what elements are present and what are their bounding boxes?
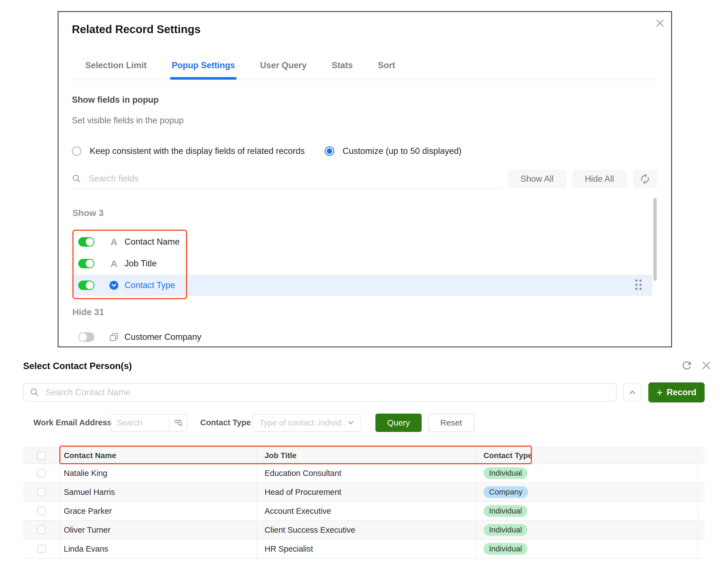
table-row[interactable]: Grace Parker Account Executive Individua…	[23, 502, 705, 521]
work-email-filter-input-wrap	[110, 414, 187, 432]
cell-job-title: HR Specialist	[257, 540, 476, 558]
add-record-button[interactable]: + Record	[648, 382, 705, 402]
work-email-filter-input[interactable]	[111, 418, 165, 428]
cell-job-title: Head of Procurement	[257, 483, 476, 501]
tab-label: Sort	[378, 60, 395, 70]
radio-label: Keep consistent with the display fields …	[90, 146, 305, 156]
related-record-settings-modal: Related Record Settings Selection Limit …	[58, 11, 672, 347]
query-button[interactable]: Query	[375, 413, 422, 432]
column-header-contact-type[interactable]: Contact Type	[476, 448, 698, 464]
scrollbar-thumb[interactable]	[653, 198, 657, 281]
picker-refresh-button[interactable]	[681, 359, 693, 371]
row-checkbox[interactable]	[37, 488, 46, 496]
toggle-customer-company[interactable]	[78, 332, 95, 342]
search-icon	[72, 174, 81, 184]
close-icon	[655, 18, 666, 29]
sync-icon	[639, 173, 651, 185]
tab-user-query[interactable]: User Query	[260, 51, 307, 80]
collapse-button[interactable]	[623, 383, 642, 401]
section-subtitle: Set visible fields in the popup	[72, 115, 184, 125]
text-field-icon	[108, 237, 120, 247]
cell-contact-name: Natalie King	[60, 464, 257, 482]
tab-stats[interactable]: Stats	[332, 51, 353, 80]
radio-icon	[72, 147, 81, 156]
show-group-label: Show 3	[72, 208, 104, 218]
cell-job-title: Education Consultant	[257, 464, 476, 482]
modal-title: Related Record Settings	[72, 23, 200, 36]
row-checkbox[interactable]	[37, 469, 46, 477]
select-field-icon	[108, 281, 120, 290]
contact-type-badge: Individual	[484, 524, 528, 536]
contact-search-input[interactable]	[45, 387, 610, 398]
tab-sort[interactable]: Sort	[378, 51, 395, 80]
radio-customize[interactable]: Customize (up to 50 displayed)	[325, 146, 462, 156]
tab-label: Selection Limit	[85, 60, 147, 70]
picker-title: Select Contact Person(s)	[23, 361, 132, 371]
field-label: Customer Company	[125, 332, 201, 342]
field-search-input[interactable]	[88, 174, 502, 184]
chevron-up-icon	[627, 387, 638, 397]
reset-button[interactable]: Reset	[428, 413, 474, 432]
tab-label: User Query	[260, 60, 307, 70]
cell-contact-name: Oliver Turner	[60, 521, 257, 539]
cell-job-title: Client Success Executive	[257, 521, 476, 539]
section-title: Show fields in popup	[72, 95, 159, 105]
advanced-search-button[interactable]	[169, 414, 187, 431]
contact-type-badge: Individual	[484, 505, 528, 517]
contact-type-badge: Company	[484, 486, 528, 498]
close-icon	[700, 359, 712, 371]
hide-all-button[interactable]: Hide All	[572, 170, 626, 188]
field-row-contact-type: Contact Type	[78, 275, 175, 296]
table-row[interactable]: Linda Evans HR Specialist Individual	[23, 540, 705, 559]
select-all-checkbox[interactable]	[37, 452, 46, 460]
picker-close-button[interactable]	[700, 359, 712, 371]
contact-type-dropdown[interactable]: Type of contact: individ...	[252, 414, 361, 432]
table-row[interactable]: Natalie King Education Consultant Indivi…	[23, 464, 705, 483]
radio-icon	[325, 147, 334, 156]
field-label: Job Title	[125, 259, 157, 269]
toggle-contact-name[interactable]	[78, 237, 95, 247]
field-label: Contact Name	[125, 237, 180, 247]
cell-contact-name: Samuel Harris	[60, 483, 257, 501]
tab-label: Popup Settings	[172, 60, 235, 70]
table-row[interactable]: Samuel Harris Head of Procurement Compan…	[23, 483, 705, 502]
toggle-contact-type[interactable]	[78, 281, 95, 290]
field-search-input-wrap	[72, 169, 502, 189]
row-checkbox[interactable]	[37, 545, 46, 553]
advanced-search-icon	[173, 418, 183, 428]
table-header-row: Contact Name Job Title Contact Type	[23, 447, 705, 464]
row-checkbox[interactable]	[37, 507, 46, 515]
tab-selection-limit[interactable]: Selection Limit	[85, 51, 147, 80]
modal-tabs: Selection Limit Popup Settings User Quer…	[72, 51, 658, 80]
contact-type-badge: Individual	[484, 467, 528, 479]
tab-label: Stats	[332, 60, 353, 70]
tab-popup-settings[interactable]: Popup Settings	[172, 51, 235, 80]
plus-icon: +	[657, 387, 663, 398]
work-email-filter-label: Work Email Address	[33, 418, 112, 427]
contact-type-filter-label: Contact Type	[200, 418, 251, 427]
row-checkbox[interactable]	[37, 526, 46, 534]
field-label: Contact Type	[125, 280, 175, 290]
toggle-job-title[interactable]	[78, 259, 95, 268]
radio-label: Customize (up to 50 displayed)	[343, 146, 462, 156]
search-icon	[30, 388, 39, 397]
column-header-job-title[interactable]: Job Title	[257, 448, 476, 464]
modal-close-button[interactable]	[655, 18, 666, 29]
column-header-contact-name[interactable]: Contact Name	[60, 448, 257, 464]
record-button-label: Record	[667, 387, 697, 397]
lookup-field-icon	[108, 332, 120, 342]
show-all-button[interactable]: Show All	[508, 170, 566, 188]
cell-contact-name: Grace Parker	[60, 502, 257, 520]
field-search-row: Show All Hide All	[72, 169, 657, 189]
radio-keep-consistent[interactable]: Keep consistent with the display fields …	[72, 146, 305, 156]
field-row-contact-name: Contact Name	[78, 231, 180, 252]
drag-handle-icon[interactable]	[635, 279, 642, 290]
contact-type-badge: Individual	[484, 543, 528, 555]
field-row-customer-company: Customer Company	[78, 326, 201, 347]
column-header-stub	[698, 448, 705, 464]
cell-job-title: Account Executive	[257, 502, 476, 520]
table-row[interactable]: Oliver Turner Client Success Executive I…	[23, 521, 705, 540]
reset-fields-button[interactable]	[633, 170, 657, 188]
contact-search-bar	[23, 383, 616, 401]
refresh-icon	[681, 359, 693, 371]
